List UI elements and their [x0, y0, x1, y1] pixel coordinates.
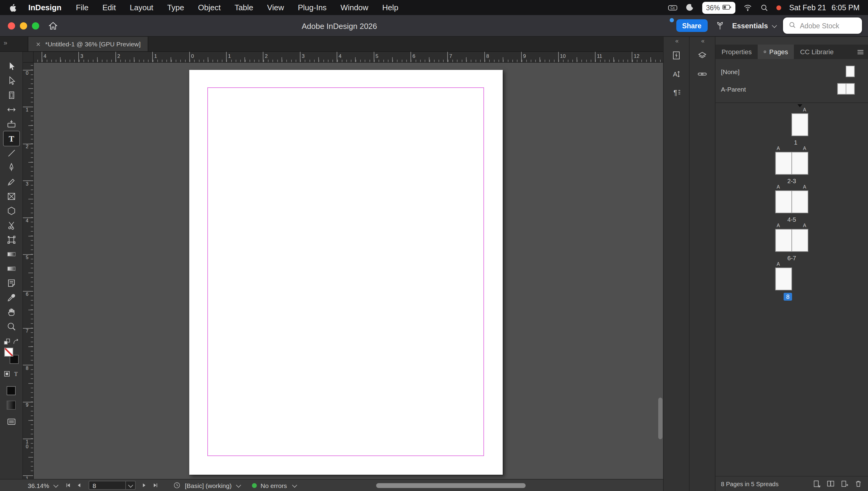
- free-transform-tool[interactable]: [3, 233, 19, 247]
- zoom-tool[interactable]: [3, 319, 19, 334]
- first-page-button[interactable]: [65, 482, 72, 489]
- default-fill-stroke-icon[interactable]: [3, 338, 10, 346]
- note-tool[interactable]: [3, 276, 19, 290]
- workspace-switcher[interactable]: Essentials: [732, 21, 776, 30]
- error-chevron-icon[interactable]: [292, 482, 297, 487]
- page-tool[interactable]: [3, 88, 19, 103]
- zoom-level[interactable]: 36.14%: [28, 482, 49, 489]
- panel-tab-pages[interactable]: Pages: [758, 45, 794, 59]
- panel-icon-adjustments[interactable]: [668, 48, 685, 63]
- spotlight-search-icon[interactable]: [760, 3, 769, 12]
- new-page-icon[interactable]: [840, 480, 849, 488]
- menu-item-help[interactable]: Help: [382, 3, 398, 12]
- menu-item-edit[interactable]: Edit: [103, 3, 116, 12]
- next-page-button[interactable]: [141, 482, 147, 489]
- apply-gradient-button[interactable]: [7, 401, 16, 410]
- panel-icon-layers[interactable]: [694, 48, 711, 63]
- page-thumbnail[interactable]: A: [775, 152, 792, 175]
- preflight-chevron-icon[interactable]: [236, 482, 241, 487]
- error-status[interactable]: No errors: [260, 482, 287, 489]
- menu-item-object[interactable]: Object: [198, 3, 221, 12]
- menu-item-plugins[interactable]: Plug-Ins: [298, 3, 327, 12]
- ruler-origin-corner[interactable]: [23, 52, 34, 63]
- zoom-chevron-icon[interactable]: [53, 482, 58, 487]
- spread-6-7[interactable]: AA6-7: [775, 229, 809, 263]
- selection-tool[interactable]: [3, 59, 19, 74]
- edit-page-size-icon[interactable]: [813, 480, 821, 488]
- menu-item-window[interactable]: Window: [341, 3, 369, 12]
- page-thumbnail[interactable]: A: [791, 229, 808, 252]
- document-tab[interactable]: *Untitled-1 @ 36% [GPU Preview]: [28, 37, 148, 51]
- menu-app-name[interactable]: InDesign: [28, 3, 61, 12]
- line-tool[interactable]: [3, 146, 19, 160]
- share-button[interactable]: Share: [676, 19, 707, 32]
- spread-1[interactable]: A1: [775, 113, 809, 147]
- preflight-profile[interactable]: [Basic] (working): [185, 482, 231, 489]
- pencil-tool[interactable]: [3, 175, 19, 189]
- panel-tab-properties[interactable]: Properties: [716, 45, 758, 59]
- panel-tab-cc-librarie[interactable]: CC Librarie: [794, 45, 840, 59]
- scissors-tool[interactable]: [3, 218, 19, 233]
- page-list-chevron[interactable]: [125, 481, 135, 489]
- fullscreen-window-button[interactable]: [32, 22, 39, 30]
- horizontal-ruler[interactable]: 43210123456789101112: [34, 52, 663, 63]
- menu-item-file[interactable]: File: [76, 3, 89, 12]
- pasteboard[interactable]: [34, 63, 663, 479]
- formatting-affects-container-icon[interactable]: [3, 369, 10, 380]
- page-number-input[interactable]: [89, 482, 125, 489]
- menu-item-table[interactable]: Table: [234, 3, 253, 12]
- gradient-swatch-tool[interactable]: [3, 247, 19, 261]
- page-thumbnail[interactable]: A: [775, 267, 792, 290]
- toolbar-collapse-chevrons[interactable]: »: [4, 39, 6, 47]
- menubar-date[interactable]: Sat Feb 21: [789, 3, 826, 12]
- preflight-menu-icon[interactable]: [173, 481, 180, 489]
- gap-tool[interactable]: [3, 103, 19, 117]
- collapse-panels-icon[interactable]: «: [690, 37, 715, 45]
- vertical-scrollbar[interactable]: [658, 398, 663, 439]
- delete-page-icon[interactable]: [854, 480, 863, 488]
- spread-4-5[interactable]: AA4-5: [775, 191, 809, 224]
- type-tool[interactable]: T: [3, 131, 19, 146]
- panel-icon-character[interactable]: A: [668, 66, 685, 82]
- panel-icon-links[interactable]: [694, 66, 711, 82]
- pen-tool[interactable]: [3, 160, 19, 175]
- creative-cloud-icon[interactable]: Cc: [668, 3, 678, 12]
- adobe-stock-search[interactable]: Adobe Stock: [783, 18, 862, 34]
- menubar-time[interactable]: 6:05 PM: [832, 3, 860, 12]
- apply-color-button[interactable]: [7, 386, 16, 395]
- direct-selection-tool[interactable]: [3, 74, 19, 88]
- parent-page-none[interactable]: [None]: [716, 63, 868, 80]
- hand-tool[interactable]: [3, 305, 19, 319]
- close-window-button[interactable]: [8, 22, 15, 30]
- panel-menu-icon[interactable]: [857, 48, 864, 58]
- spread-8[interactable]: A8: [775, 267, 809, 301]
- page-thumbnail[interactable]: A: [791, 191, 808, 213]
- previous-page-button[interactable]: [76, 482, 82, 489]
- menu-item-view[interactable]: View: [267, 3, 284, 12]
- page-thumbnail[interactable]: A: [791, 152, 808, 175]
- wifi-icon[interactable]: [744, 3, 753, 12]
- menu-item-type[interactable]: Type: [167, 3, 184, 12]
- vertical-ruler[interactable]: 01234567891 01 1: [23, 63, 34, 479]
- parent-page-aparent[interactable]: A-Parent: [716, 80, 868, 97]
- swap-fill-stroke-icon[interactable]: [12, 338, 20, 346]
- minimize-window-button[interactable]: [20, 22, 27, 30]
- last-page-button[interactable]: [151, 482, 158, 489]
- generative-ai-icon[interactable]: [715, 21, 725, 31]
- focus-moon-icon[interactable]: [685, 3, 695, 12]
- polygon-tool[interactable]: [3, 204, 19, 218]
- eyedropper-tool[interactable]: [3, 290, 19, 305]
- spread-2-3[interactable]: AA2-3: [775, 152, 809, 185]
- collapse-panels-icon[interactable]: «: [664, 37, 689, 45]
- horizontal-scrollbar[interactable]: [376, 483, 526, 488]
- page-thumbnail[interactable]: A: [775, 229, 792, 252]
- screen-mode-button[interactable]: [6, 417, 16, 427]
- panel-icon-paragraph[interactable]: ¶: [668, 85, 685, 100]
- page-thumbnail[interactable]: A: [791, 113, 808, 136]
- formatting-affects-text-icon[interactable]: T: [12, 369, 20, 380]
- view-pages-icon[interactable]: [827, 480, 835, 488]
- gradient-feather-tool[interactable]: [3, 261, 19, 276]
- home-icon[interactable]: [48, 21, 58, 33]
- apple-menu-icon[interactable]: [8, 3, 18, 12]
- page-thumbnail[interactable]: A: [775, 191, 792, 213]
